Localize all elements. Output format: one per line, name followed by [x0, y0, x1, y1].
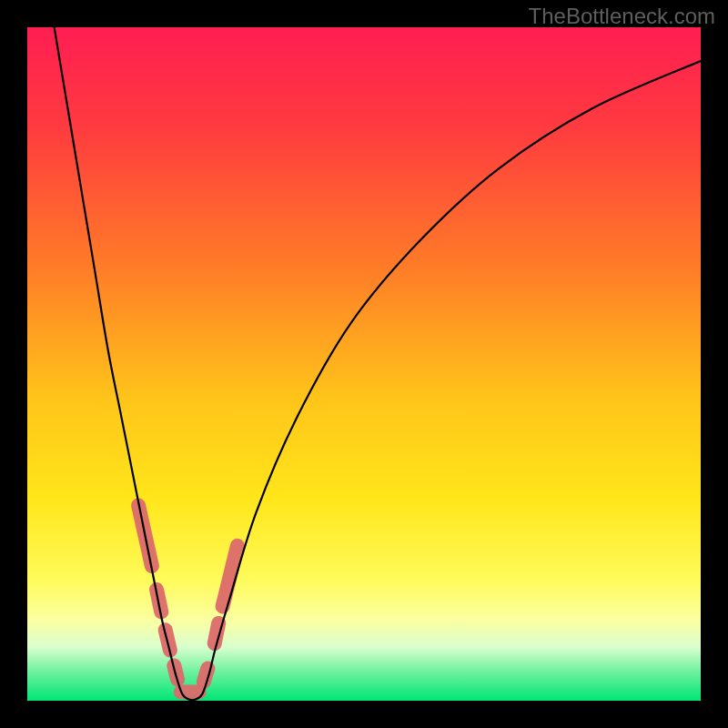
- chart-svg: [27, 27, 701, 701]
- gradient-background: [27, 27, 701, 701]
- outer-frame: TheBottleneck.com: [0, 0, 728, 728]
- watermark-text: TheBottleneck.com: [529, 4, 715, 29]
- plot-area: [27, 27, 701, 701]
